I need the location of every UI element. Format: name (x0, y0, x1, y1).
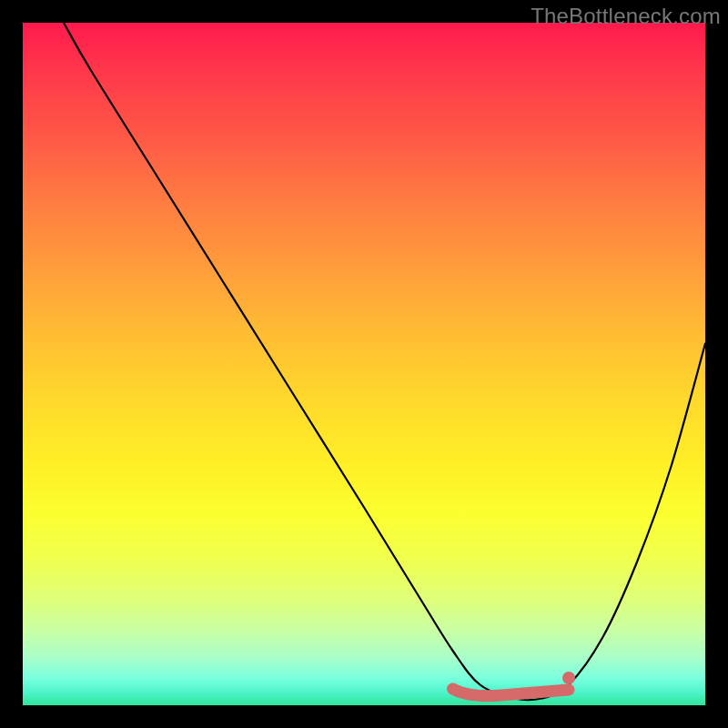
chart-frame: TheBottleneck.com (0, 0, 728, 728)
chart-svg (23, 23, 705, 705)
plot-background-gradient (23, 23, 705, 705)
sweet-spot-band (453, 689, 570, 696)
bottleneck-curve (64, 23, 705, 700)
watermark-text: TheBottleneck.com (531, 4, 721, 29)
sweet-spot-marker (562, 672, 575, 684)
